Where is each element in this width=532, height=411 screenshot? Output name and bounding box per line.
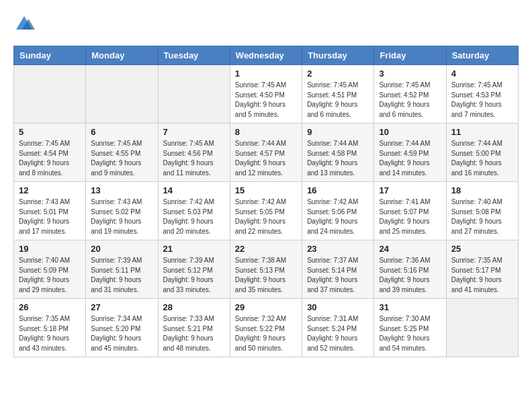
page-header (13, 13, 519, 35)
day-cell: 19Sunrise: 7:40 AM Sunset: 5:09 PM Dayli… (14, 240, 86, 299)
day-number: 5 (19, 127, 81, 137)
day-number: 30 (307, 302, 369, 312)
day-cell: 3Sunrise: 7:45 AM Sunset: 4:52 PM Daylig… (374, 65, 446, 124)
day-number: 27 (91, 302, 152, 312)
day-info: Sunrise: 7:44 AM Sunset: 4:59 PM Dayligh… (379, 139, 441, 178)
day-number: 20 (91, 244, 152, 254)
day-number: 18 (451, 185, 513, 195)
day-number: 21 (163, 244, 225, 254)
day-number: 8 (235, 127, 297, 137)
day-cell: 6Sunrise: 7:45 AM Sunset: 4:55 PM Daylig… (86, 124, 158, 182)
day-info: Sunrise: 7:45 AM Sunset: 4:53 PM Dayligh… (451, 81, 513, 120)
day-number: 29 (235, 302, 297, 312)
day-info: Sunrise: 7:45 AM Sunset: 4:54 PM Dayligh… (19, 139, 81, 178)
day-cell: 28Sunrise: 7:33 AM Sunset: 5:21 PM Dayli… (158, 299, 230, 357)
day-number: 6 (91, 127, 152, 137)
day-cell: 17Sunrise: 7:41 AM Sunset: 5:07 PM Dayli… (374, 182, 446, 240)
week-row-5: 26Sunrise: 7:35 AM Sunset: 5:18 PM Dayli… (14, 299, 519, 357)
day-cell: 2Sunrise: 7:45 AM Sunset: 4:51 PM Daylig… (302, 65, 374, 124)
day-info: Sunrise: 7:40 AM Sunset: 5:09 PM Dayligh… (19, 256, 81, 295)
week-row-4: 19Sunrise: 7:40 AM Sunset: 5:09 PM Dayli… (14, 240, 519, 299)
day-cell (158, 65, 230, 124)
day-info: Sunrise: 7:41 AM Sunset: 5:07 PM Dayligh… (379, 197, 441, 236)
weekday-header-tuesday: Tuesday (158, 46, 230, 65)
day-info: Sunrise: 7:30 AM Sunset: 5:25 PM Dayligh… (379, 314, 441, 353)
day-cell: 18Sunrise: 7:40 AM Sunset: 5:08 PM Dayli… (446, 182, 518, 240)
day-info: Sunrise: 7:42 AM Sunset: 5:05 PM Dayligh… (235, 197, 297, 236)
day-cell: 26Sunrise: 7:35 AM Sunset: 5:18 PM Dayli… (14, 299, 86, 357)
day-number: 26 (19, 302, 81, 312)
day-info: Sunrise: 7:45 AM Sunset: 4:52 PM Dayligh… (379, 81, 441, 120)
day-cell: 7Sunrise: 7:45 AM Sunset: 4:56 PM Daylig… (158, 124, 230, 182)
week-row-3: 12Sunrise: 7:43 AM Sunset: 5:01 PM Dayli… (14, 182, 519, 240)
day-cell: 9Sunrise: 7:44 AM Sunset: 4:58 PM Daylig… (302, 124, 374, 182)
day-number: 24 (379, 244, 441, 254)
day-info: Sunrise: 7:39 AM Sunset: 5:11 PM Dayligh… (91, 256, 152, 295)
day-cell: 11Sunrise: 7:44 AM Sunset: 5:00 PM Dayli… (446, 124, 518, 182)
day-info: Sunrise: 7:40 AM Sunset: 5:08 PM Dayligh… (451, 197, 513, 236)
day-info: Sunrise: 7:44 AM Sunset: 4:58 PM Dayligh… (307, 139, 369, 178)
day-number: 19 (19, 244, 81, 254)
day-number: 7 (163, 127, 225, 137)
day-cell: 27Sunrise: 7:34 AM Sunset: 5:20 PM Dayli… (86, 299, 158, 357)
weekday-header-thursday: Thursday (302, 46, 374, 65)
day-cell: 4Sunrise: 7:45 AM Sunset: 4:53 PM Daylig… (446, 65, 518, 124)
day-cell: 31Sunrise: 7:30 AM Sunset: 5:25 PM Dayli… (374, 299, 446, 357)
day-number: 31 (379, 302, 441, 312)
weekday-header-row: SundayMondayTuesdayWednesdayThursdayFrid… (14, 46, 519, 65)
day-number: 17 (379, 185, 441, 195)
day-number: 4 (451, 68, 513, 79)
day-cell (446, 299, 518, 357)
day-cell: 12Sunrise: 7:43 AM Sunset: 5:01 PM Dayli… (14, 182, 86, 240)
day-info: Sunrise: 7:43 AM Sunset: 5:02 PM Dayligh… (91, 197, 152, 236)
day-info: Sunrise: 7:34 AM Sunset: 5:20 PM Dayligh… (91, 314, 152, 353)
day-info: Sunrise: 7:38 AM Sunset: 5:13 PM Dayligh… (235, 256, 297, 295)
day-info: Sunrise: 7:42 AM Sunset: 5:06 PM Dayligh… (307, 197, 369, 236)
weekday-header-sunday: Sunday (14, 46, 86, 65)
logo-icon (13, 13, 35, 35)
day-number: 12 (19, 185, 81, 195)
day-info: Sunrise: 7:37 AM Sunset: 5:14 PM Dayligh… (307, 256, 369, 295)
week-row-1: 1Sunrise: 7:45 AM Sunset: 4:50 PM Daylig… (14, 65, 519, 124)
day-info: Sunrise: 7:36 AM Sunset: 5:16 PM Dayligh… (379, 256, 441, 295)
day-cell: 10Sunrise: 7:44 AM Sunset: 4:59 PM Dayli… (374, 124, 446, 182)
day-info: Sunrise: 7:39 AM Sunset: 5:12 PM Dayligh… (163, 256, 225, 295)
day-number: 10 (379, 127, 441, 137)
day-number: 22 (235, 244, 297, 254)
day-info: Sunrise: 7:45 AM Sunset: 4:51 PM Dayligh… (307, 81, 369, 120)
day-cell: 16Sunrise: 7:42 AM Sunset: 5:06 PM Dayli… (302, 182, 374, 240)
weekday-header-monday: Monday (86, 46, 158, 65)
day-cell: 29Sunrise: 7:32 AM Sunset: 5:22 PM Dayli… (230, 299, 302, 357)
day-info: Sunrise: 7:31 AM Sunset: 5:24 PM Dayligh… (307, 314, 369, 353)
day-cell: 13Sunrise: 7:43 AM Sunset: 5:02 PM Dayli… (86, 182, 158, 240)
day-cell (14, 65, 86, 124)
weekday-header-wednesday: Wednesday (230, 46, 302, 65)
day-info: Sunrise: 7:42 AM Sunset: 5:03 PM Dayligh… (163, 197, 225, 236)
day-cell: 23Sunrise: 7:37 AM Sunset: 5:14 PM Dayli… (302, 240, 374, 299)
day-cell: 25Sunrise: 7:35 AM Sunset: 5:17 PM Dayli… (446, 240, 518, 299)
weekday-header-saturday: Saturday (446, 46, 518, 65)
day-info: Sunrise: 7:45 AM Sunset: 4:50 PM Dayligh… (235, 81, 297, 120)
day-cell: 24Sunrise: 7:36 AM Sunset: 5:16 PM Dayli… (374, 240, 446, 299)
day-cell: 30Sunrise: 7:31 AM Sunset: 5:24 PM Dayli… (302, 299, 374, 357)
day-number: 13 (91, 185, 152, 195)
day-number: 25 (451, 244, 513, 254)
day-number: 3 (379, 68, 441, 79)
day-info: Sunrise: 7:45 AM Sunset: 4:56 PM Dayligh… (163, 139, 225, 178)
calendar-table: SundayMondayTuesdayWednesdayThursdayFrid… (13, 46, 519, 357)
logo (13, 13, 38, 35)
day-number: 11 (451, 127, 513, 137)
day-cell: 22Sunrise: 7:38 AM Sunset: 5:13 PM Dayli… (230, 240, 302, 299)
week-row-2: 5Sunrise: 7:45 AM Sunset: 4:54 PM Daylig… (14, 124, 519, 182)
day-cell: 5Sunrise: 7:45 AM Sunset: 4:54 PM Daylig… (14, 124, 86, 182)
day-cell: 21Sunrise: 7:39 AM Sunset: 5:12 PM Dayli… (158, 240, 230, 299)
day-number: 9 (307, 127, 369, 137)
day-cell (86, 65, 158, 124)
day-info: Sunrise: 7:33 AM Sunset: 5:21 PM Dayligh… (163, 314, 225, 353)
day-info: Sunrise: 7:43 AM Sunset: 5:01 PM Dayligh… (19, 197, 81, 236)
day-info: Sunrise: 7:35 AM Sunset: 5:18 PM Dayligh… (19, 314, 81, 353)
day-cell: 1Sunrise: 7:45 AM Sunset: 4:50 PM Daylig… (230, 65, 302, 124)
day-cell: 20Sunrise: 7:39 AM Sunset: 5:11 PM Dayli… (86, 240, 158, 299)
day-info: Sunrise: 7:35 AM Sunset: 5:17 PM Dayligh… (451, 256, 513, 295)
day-info: Sunrise: 7:44 AM Sunset: 4:57 PM Dayligh… (235, 139, 297, 178)
